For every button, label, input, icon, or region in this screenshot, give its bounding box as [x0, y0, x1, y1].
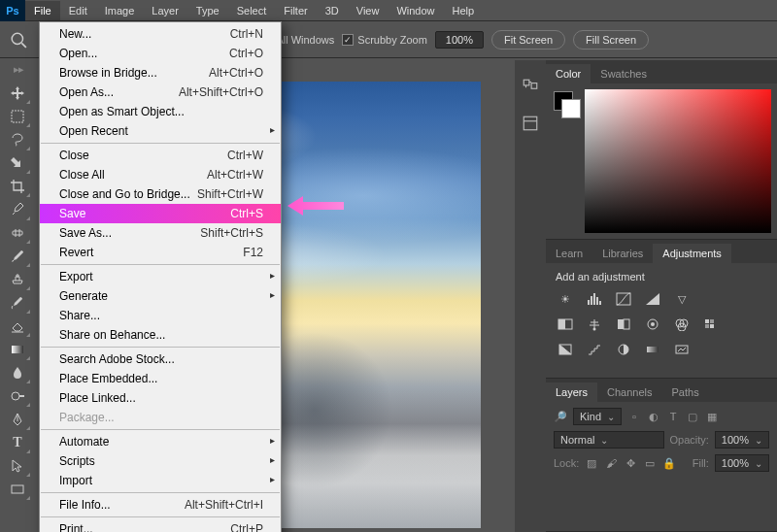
pen-tool[interactable]: [4, 408, 31, 431]
menubar-item-filter[interactable]: Filter: [275, 1, 316, 20]
menu-item-open-recent[interactable]: Open Recent: [40, 121, 281, 141]
menu-item-new[interactable]: New...Ctrl+N: [40, 24, 281, 44]
scrubby-zoom-checkbox[interactable]: ✓Scrubby Zoom: [342, 34, 427, 46]
menubar-item-select[interactable]: Select: [228, 1, 276, 20]
properties-panel-icon[interactable]: [522, 115, 539, 134]
fit-screen-button[interactable]: Fit Screen: [491, 30, 565, 50]
lock-transparent-icon[interactable]: ▨: [585, 456, 598, 470]
blend-mode-select[interactable]: Normal: [554, 431, 664, 449]
menu-item-file-info[interactable]: File Info...Alt+Shift+Ctrl+I: [40, 495, 281, 515]
menu-item-close-all[interactable]: Close AllAlt+Ctrl+W: [40, 165, 281, 184]
lock-all-icon[interactable]: 🔒: [662, 456, 676, 470]
move-tool[interactable]: [4, 82, 31, 105]
color-panel-tab-color[interactable]: Color: [546, 64, 591, 83]
eyedropper-tool[interactable]: [4, 198, 31, 221]
photo-filter-icon[interactable]: [643, 316, 662, 333]
blur-tool[interactable]: [4, 361, 31, 384]
color-picker-field[interactable]: [585, 89, 771, 233]
clone-stamp-tool[interactable]: [4, 268, 31, 291]
color-balance-icon[interactable]: [585, 316, 604, 333]
menubar-item-view[interactable]: View: [348, 1, 388, 20]
eraser-tool[interactable]: [4, 315, 31, 338]
filter-pixel-icon[interactable]: ▫: [627, 410, 641, 423]
opacity-input[interactable]: 100%: [715, 431, 769, 449]
color-panel-tab-swatches[interactable]: Swatches: [591, 64, 657, 83]
gradient-tool[interactable]: [4, 338, 31, 361]
menu-item-open-as[interactable]: Open As...Alt+Shift+Ctrl+O: [40, 83, 281, 102]
menu-item-automate[interactable]: Automate: [40, 432, 281, 451]
curves-icon[interactable]: [614, 290, 633, 308]
selective-color-icon[interactable]: [672, 341, 692, 358]
type-tool[interactable]: T: [4, 431, 31, 454]
filter-smart-icon[interactable]: ▦: [705, 410, 719, 423]
bw-icon[interactable]: [614, 316, 633, 333]
menu-item-scripts[interactable]: Scripts: [40, 451, 281, 471]
menu-item-open[interactable]: Open...Ctrl+O: [40, 44, 281, 63]
menu-item-search-adobe-stock[interactable]: Search Adobe Stock...: [40, 349, 281, 369]
healing-brush-tool[interactable]: [4, 221, 31, 245]
crop-tool[interactable]: [4, 175, 31, 198]
color-lookup-icon[interactable]: [701, 316, 721, 333]
menu-item-share-on-behance[interactable]: Share on Behance...: [40, 325, 281, 345]
menu-item-import[interactable]: Import: [40, 471, 281, 490]
dodge-tool[interactable]: [4, 384, 31, 408]
menu-item-save-as[interactable]: Save As...Shift+Ctrl+S: [40, 223, 281, 243]
filter-type-icon[interactable]: T: [666, 410, 680, 423]
menu-item-share[interactable]: Share...: [40, 306, 281, 325]
menubar-item-image[interactable]: Image: [96, 1, 144, 20]
filter-kind-icon[interactable]: 🔎: [554, 410, 567, 423]
layers-panel-tab-paths[interactable]: Paths: [662, 382, 709, 402]
marquee-tool[interactable]: [4, 105, 31, 128]
adj-panel-tab-learn[interactable]: Learn: [546, 244, 592, 263]
exposure-icon[interactable]: [643, 290, 662, 308]
menubar-item-help[interactable]: Help: [444, 1, 484, 20]
filter-shape-icon[interactable]: ▢: [686, 410, 699, 423]
menubar-item-3d[interactable]: 3D: [317, 1, 348, 20]
fill-input[interactable]: 100%: [715, 454, 769, 472]
menubar-item-edit[interactable]: Edit: [60, 1, 96, 20]
menu-item-place-embedded[interactable]: Place Embedded...: [40, 369, 281, 388]
history-panel-icon[interactable]: [522, 78, 539, 97]
menubar-item-file[interactable]: File: [25, 1, 60, 20]
foreground-background-swatch[interactable]: [546, 83, 585, 239]
layers-panel-tab-layers[interactable]: Layers: [546, 382, 597, 402]
menu-item-open-as-smart-object[interactable]: Open as Smart Object...: [40, 102, 281, 121]
lock-paint-icon[interactable]: 🖌: [604, 456, 618, 470]
path-select-tool[interactable]: [4, 454, 31, 478]
adj-panel-tab-libraries[interactable]: Libraries: [592, 244, 653, 263]
gradient-map-icon[interactable]: [643, 341, 662, 358]
zoom-tool-preset-icon[interactable]: [10, 31, 27, 49]
fill-screen-button[interactable]: Fill Screen: [573, 30, 649, 50]
quick-select-tool[interactable]: [4, 151, 31, 175]
menu-item-close-and-go-to-bridge[interactable]: Close and Go to Bridge...Shift+Ctrl+W: [40, 184, 281, 204]
rectangle-tool[interactable]: [4, 478, 31, 501]
menubar-item-window[interactable]: Window: [388, 1, 443, 20]
menu-item-place-linked[interactable]: Place Linked...: [40, 388, 281, 408]
brush-tool[interactable]: [4, 245, 31, 268]
invert-icon[interactable]: [556, 341, 575, 358]
menubar-item-layer[interactable]: Layer: [143, 1, 187, 20]
menu-item-print[interactable]: Print...Ctrl+P: [40, 519, 281, 532]
menu-item-browse-in-bridge[interactable]: Browse in Bridge...Alt+Ctrl+O: [40, 63, 281, 83]
filter-adjust-icon[interactable]: ◐: [647, 410, 660, 423]
menu-item-close[interactable]: CloseCtrl+W: [40, 146, 281, 165]
menu-item-export[interactable]: Export: [40, 267, 281, 286]
vibrance-icon[interactable]: ▽: [672, 290, 692, 308]
menu-item-revert[interactable]: RevertF12: [40, 243, 281, 262]
history-brush-tool[interactable]: [4, 291, 31, 315]
lock-position-icon[interactable]: ✥: [624, 456, 637, 470]
layer-kind-select[interactable]: Kind: [573, 408, 622, 425]
threshold-icon[interactable]: [614, 341, 633, 358]
posterize-icon[interactable]: [585, 341, 604, 358]
brightness-icon[interactable]: ☀: [556, 290, 575, 308]
menu-item-save[interactable]: SaveCtrl+S: [40, 204, 281, 223]
menubar-item-type[interactable]: Type: [187, 1, 228, 20]
zoom-percent-input[interactable]: 100%: [435, 31, 484, 49]
lasso-tool[interactable]: [4, 128, 31, 151]
adj-panel-tab-adjustments[interactable]: Adjustments: [653, 244, 731, 263]
layers-panel-tab-channels[interactable]: Channels: [597, 382, 661, 402]
lock-artboard-icon[interactable]: ▭: [643, 456, 657, 470]
menu-item-generate[interactable]: Generate: [40, 286, 281, 306]
levels-icon[interactable]: [585, 290, 604, 308]
hue-sat-icon[interactable]: [556, 316, 575, 333]
